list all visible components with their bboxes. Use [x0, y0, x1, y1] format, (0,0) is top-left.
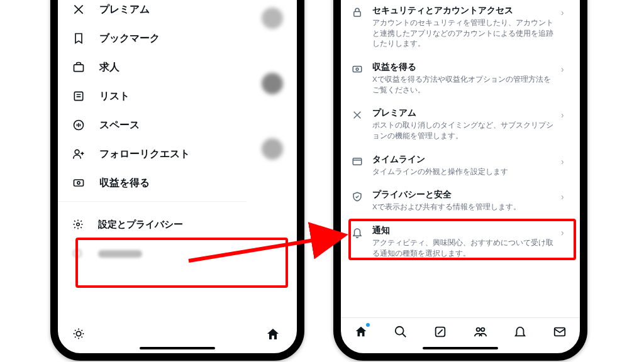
settings-item-monetization[interactable]: 収益を得る Xで収益を得る方法や収益化オプションの管理方法をご覧ください。 › [341, 55, 580, 101]
settings-list: セキュリティとアカウントアクセス アカウントのセキュリティを管理したり、アカウン… [341, 0, 580, 265]
x-logo-icon [351, 109, 364, 121]
menu-label: フォローリクエスト [99, 148, 190, 161]
avatar-blur-column [262, 8, 283, 160]
phone-right: セキュリティとアカウントアクセス アカウントのセキュリティを管理したり、アカウン… [333, 0, 587, 361]
chevron-right-icon: › [561, 64, 570, 74]
blurred-icon [72, 248, 84, 260]
menu-label: 求人 [99, 61, 119, 74]
shield-icon [351, 190, 364, 203]
settings-desc: タイムラインの外観と操作を設定します [372, 167, 556, 177]
svg-rect-10 [353, 67, 362, 72]
settings-item-security[interactable]: セキュリティとアカウントアクセス アカウントのセキュリティを管理したり、アカウン… [341, 0, 580, 55]
settings-desc: Xで表示および共有する情報を管理します。 [372, 202, 556, 212]
settings-item-notifications[interactable]: 通知 アクティビティ、興味関心、おすすめについて受け取る通知の種類を選択します。… [341, 219, 580, 265]
menu-label: リスト [99, 90, 130, 103]
svg-point-8 [76, 331, 80, 336]
settings-title: セキュリティとアカウントアクセス [372, 5, 556, 16]
svg-point-5 [77, 182, 80, 184]
bell-icon [351, 226, 364, 239]
svg-rect-0 [74, 65, 84, 72]
tab-home[interactable] [353, 324, 369, 339]
x-logo-icon [72, 3, 86, 16]
timeline-icon [351, 155, 364, 168]
menu-label: スペース [99, 119, 140, 132]
home-indicator [423, 347, 498, 349]
briefcase-icon [72, 60, 86, 74]
settings-title: プレミアム [372, 107, 556, 119]
settings-desc: ポストの取り消しのタイミングなど、サブスクリプションの機能を管理します。 [372, 120, 556, 141]
phone-screen-right: セキュリティとアカウントアクセス アカウントのセキュリティを管理したり、アカウン… [341, 0, 580, 353]
notification-dot [366, 323, 370, 327]
svg-rect-9 [354, 12, 361, 17]
settings-desc: アクティビティ、興味関心、おすすめについて受け取る通知の種類を選択します。 [372, 238, 556, 258]
svg-point-16 [481, 328, 485, 332]
spaces-icon [72, 118, 86, 132]
tab-bar [341, 317, 580, 346]
tab-grok[interactable] [433, 324, 448, 339]
menu-separator [58, 201, 247, 202]
settings-title: 収益を得る [372, 62, 556, 73]
chevron-right-icon: › [561, 8, 570, 18]
chevron-right-icon: › [561, 192, 570, 202]
settings-desc: Xで収益を得る方法や収益化オプションの管理方法をご覧ください。 [372, 74, 556, 95]
svg-rect-12 [353, 158, 362, 165]
home-indicator [140, 347, 215, 349]
menu-item-follow-requests[interactable]: フォローリクエスト [58, 140, 247, 168]
menu-item-jobs[interactable]: 求人 [58, 53, 247, 82]
svg-point-3 [75, 150, 79, 154]
settings-label: 設定とプライバシー [98, 219, 183, 231]
svg-point-6 [77, 223, 80, 226]
settings-title: プライバシーと安全 [372, 189, 556, 200]
side-menu: プレミアム ブックマーク 求人 [58, 0, 247, 267]
settings-title: 通知 [372, 225, 556, 236]
svg-point-13 [396, 327, 404, 335]
menu-item-bookmarks[interactable]: ブックマーク [58, 24, 247, 53]
menu-label: 収益を得る [99, 177, 150, 190]
svg-point-7 [74, 250, 81, 257]
bookmark-icon [72, 31, 86, 45]
menu-item-lists[interactable]: リスト [58, 82, 247, 111]
settings-desc: アカウントのセキュリティを管理したり、アカウントと連携したアプリなどのアカウント… [372, 18, 556, 49]
settings-item-privacy[interactable]: プライバシーと安全 Xで表示および共有する情報を管理します。 › [341, 183, 580, 219]
menu-item-monetization[interactable]: 収益を得る [58, 168, 247, 197]
svg-rect-4 [74, 180, 84, 186]
chevron-right-icon: › [561, 228, 570, 238]
settings-title: タイムライン [372, 154, 556, 165]
phone-screen-left: プレミアム ブックマーク 求人 [58, 0, 297, 353]
tab-messages[interactable] [552, 324, 567, 339]
settings-item-timeline[interactable]: タイムライン タイムラインの外観と操作を設定します › [341, 148, 580, 184]
tab-notifications[interactable] [513, 324, 528, 339]
tab-communities[interactable] [473, 324, 488, 339]
menu-item-blurred [58, 241, 247, 267]
menu-label: プレミアム [99, 3, 150, 16]
settings-item-premium[interactable]: プレミアム ポストの取り消しのタイミングなど、サブスクリプションの機能を管理しま… [341, 101, 580, 147]
menu-item-spaces[interactable]: スペース [58, 111, 247, 140]
tab-search[interactable] [393, 324, 408, 339]
menu-item-premium[interactable]: プレミアム [58, 0, 247, 24]
user-plus-icon [72, 147, 86, 161]
list-icon [72, 89, 86, 103]
menu-item-settings-privacy[interactable]: 設定とプライバシー [58, 208, 247, 241]
home-icon[interactable] [265, 327, 280, 342]
chevron-right-icon: › [561, 156, 570, 167]
phone-left: プレミアム ブックマーク 求人 [50, 0, 304, 361]
gear-icon [72, 218, 84, 231]
menu-label: ブックマーク [99, 32, 160, 45]
svg-point-15 [476, 328, 480, 332]
svg-point-11 [356, 68, 358, 70]
theme-icon[interactable] [72, 327, 86, 341]
money-icon [351, 63, 364, 75]
chevron-right-icon: › [561, 110, 570, 120]
lock-icon [351, 6, 364, 19]
money-icon [72, 176, 86, 190]
